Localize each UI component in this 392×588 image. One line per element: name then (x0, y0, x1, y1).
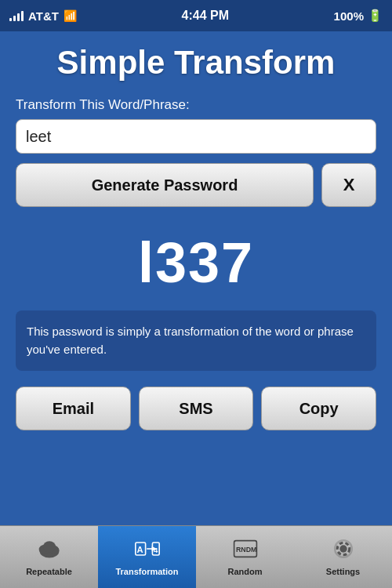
main-content: Simple Transform Transform This Word/Phr… (0, 31, 392, 430)
tab-bar: Repeatable A 4 Transformation RNDM Rando… (0, 525, 392, 588)
result-text: l337 (138, 231, 254, 294)
tab-transformation-label: Transformation (115, 567, 178, 576)
tab-repeatable[interactable]: Repeatable (0, 526, 98, 588)
svg-text:A: A (136, 545, 143, 554)
tab-settings-label: Settings (326, 567, 360, 576)
button-row: Generate Password X (16, 163, 376, 207)
app-title: Simple Transform (16, 31, 376, 97)
transform-icon: A 4 (135, 538, 160, 564)
signal-bar-3 (17, 13, 20, 21)
copy-button[interactable]: Copy (261, 387, 376, 430)
battery-icon: 🔋 (368, 9, 383, 23)
result-area: l337 (16, 207, 376, 310)
wifi-icon: 📶 (64, 9, 77, 22)
status-bar: AT&T 📶 4:44 PM 100% 🔋 (0, 0, 392, 31)
gear-icon (331, 538, 356, 564)
svg-text:4: 4 (154, 546, 158, 554)
svg-point-3 (43, 541, 56, 552)
signal-bar-1 (9, 18, 12, 21)
battery-percent: 100% (334, 9, 364, 23)
word-phrase-input[interactable] (16, 119, 376, 154)
email-button[interactable]: Email (16, 387, 131, 430)
carrier-label: AT&T (28, 9, 59, 23)
description-text: This password is simply a transformation… (27, 323, 365, 358)
status-time: 4:44 PM (182, 9, 229, 23)
svg-text:RNDM: RNDM (236, 546, 256, 554)
action-row: Email SMS Copy (16, 387, 376, 430)
generate-password-button[interactable]: Generate Password (16, 163, 314, 207)
cloud-icon (37, 538, 62, 564)
svg-point-12 (339, 545, 347, 552)
tab-random[interactable]: RNDM Random (196, 526, 294, 588)
input-label: Transform This Word/Phrase: (16, 97, 376, 113)
tab-repeatable-label: Repeatable (26, 567, 72, 576)
signal-bar-4 (21, 11, 24, 21)
status-right: 100% 🔋 (334, 9, 383, 23)
signal-bar-2 (13, 16, 16, 21)
description-box: This password is simply a transformation… (16, 310, 376, 371)
clear-button[interactable]: X (321, 163, 376, 207)
signal-bars (9, 10, 24, 21)
sms-button[interactable]: SMS (139, 387, 254, 430)
tab-transformation[interactable]: A 4 Transformation (98, 526, 196, 588)
random-icon: RNDM (233, 538, 258, 564)
status-left: AT&T 📶 (9, 9, 77, 23)
tab-settings[interactable]: Settings (294, 526, 392, 588)
tab-random-label: Random (228, 567, 263, 576)
